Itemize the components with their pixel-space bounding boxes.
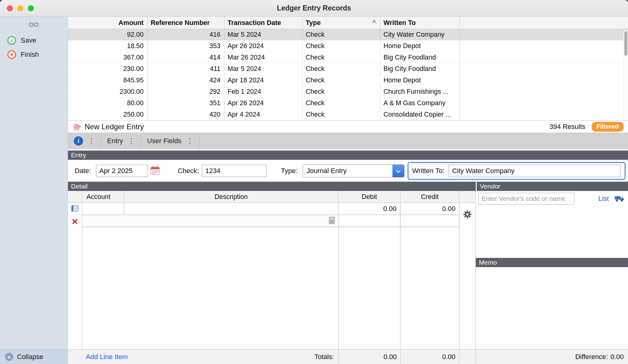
detail-vendor-region: Detail Vendor Account Description Debit … — [68, 182, 628, 364]
date-cell: Feb 1 2024 — [224, 86, 303, 97]
info-tab[interactable]: i ⋮ — [68, 133, 101, 149]
vendor-truck-icon[interactable] — [614, 195, 624, 202]
amount-cell: 250.00 — [68, 109, 148, 120]
filler-cell — [460, 109, 628, 120]
save-label: Save — [21, 36, 36, 44]
credit-secondary-cell[interactable] — [400, 215, 459, 227]
description-cell-input[interactable] — [124, 203, 338, 215]
filler-cell — [460, 52, 628, 63]
column-header-written-to[interactable]: Written To — [380, 17, 460, 29]
finish-label: Finish — [21, 51, 39, 59]
x-circle-icon: × — [7, 50, 16, 59]
new-ledger-entry-bar: New Ledger Entry 394 Results Filtered — [68, 120, 628, 133]
titlebar: Ledger Entry Records — [0, 0, 628, 17]
scrollbar-thumb[interactable] — [624, 31, 627, 56]
written-to-cell: A & M Gas Company — [380, 97, 460, 109]
date-label: Date: — [75, 167, 91, 175]
type-select[interactable]: Journal Entry — [303, 164, 404, 177]
collapse-label: Collapse — [17, 353, 44, 361]
date-cell: Apr 18 2024 — [224, 75, 303, 86]
amount-cell: 2300.00 — [68, 86, 148, 97]
line-item-settings-button[interactable] — [459, 203, 475, 227]
table-row[interactable]: 230.00 411 Mar 5 2024 Check Big City Foo… — [68, 63, 628, 75]
detail-icon-column-header — [68, 191, 82, 203]
results-count: 394 Results — [550, 123, 585, 131]
gear-icon — [463, 210, 472, 220]
kebab-menu-icon[interactable]: ⋮ — [128, 137, 135, 145]
table-row[interactable]: 845.95 424 Apr 18 2024 Check Home Depot — [68, 75, 628, 86]
table-row[interactable]: 250.00 420 Apr 4 2024 Check Consolidated… — [68, 109, 628, 120]
tab-user-fields[interactable]: User Fields ⋮ — [141, 133, 199, 149]
date-cell: Mar 26 2024 — [224, 52, 303, 63]
amount-cell: 845.95 — [68, 75, 148, 86]
totals-label: Totals: — [314, 353, 334, 361]
save-button[interactable]: ✓ Save — [0, 33, 68, 48]
debit-secondary-cell[interactable] — [338, 215, 400, 227]
records-table: Amount Reference Number Transaction Date… — [68, 17, 628, 120]
tab-entry[interactable]: Entry ⋮ — [101, 133, 141, 149]
table-row[interactable]: 2300.00 292 Feb 1 2024 Check Church Furn… — [68, 86, 628, 97]
date-cell: Mar 5 2024 — [224, 63, 303, 75]
table-row[interactable]: 80.00 351 Apr 26 2024 Check A & M Gas Co… — [68, 97, 628, 109]
vertical-scrollbar[interactable] — [623, 30, 628, 119]
minimize-window-button[interactable] — [17, 5, 23, 11]
type-cell: Check — [303, 109, 380, 120]
credit-cell[interactable]: 0.00 — [400, 203, 459, 215]
difference-value: 0.00 — [610, 353, 624, 361]
calendar-picker-button[interactable] — [150, 166, 160, 176]
vendor-list-link[interactable]: List — [598, 195, 609, 203]
calculator-icon[interactable] — [328, 217, 336, 225]
type-cell: Check — [303, 97, 380, 109]
table-row[interactable]: 18.50 353 Apr 26 2024 Check Home Depot — [68, 40, 628, 52]
debit-column-filler — [338, 227, 400, 349]
zoom-window-button[interactable] — [28, 5, 34, 11]
close-window-button[interactable] — [7, 5, 13, 11]
column-header-reference-number[interactable]: Reference Number — [148, 17, 224, 29]
app-window: Ledger Entry Records DO ✓ Save × Finish … — [0, 0, 628, 364]
add-line-item-button[interactable]: Add Line Item — [86, 353, 128, 361]
vendor-search-input[interactable] — [478, 193, 574, 205]
reference-cell: 292 — [148, 86, 224, 97]
type-cell: Check — [303, 75, 380, 86]
filler-cell — [460, 29, 628, 40]
account-cell-input[interactable] — [82, 203, 124, 215]
detail-column-debit: Debit — [338, 191, 400, 203]
detail-column-account: Account — [82, 191, 124, 203]
filtered-badge[interactable]: Filtered — [592, 122, 624, 132]
difference-label: Difference: — [575, 353, 608, 361]
column-header-type[interactable]: Type ^ — [303, 17, 380, 29]
written-to-input[interactable] — [449, 165, 621, 177]
sidebar-section-header: DO — [0, 17, 68, 28]
records-table-header: Amount Reference Number Transaction Date… — [68, 17, 628, 29]
amount-cell: 230.00 — [68, 63, 148, 75]
reference-cell: 411 — [148, 63, 224, 75]
column-header-amount[interactable]: Amount — [68, 17, 148, 29]
reference-cell: 416 — [148, 29, 224, 40]
check-number-input[interactable] — [202, 165, 267, 177]
line-item-secondary-row[interactable] — [82, 215, 338, 227]
tab-bar: i ⋮ Entry ⋮ User Fields ⋮ — [68, 133, 628, 149]
line-item-notes-button[interactable] — [68, 203, 82, 215]
amount-cell: 92.00 — [68, 29, 148, 40]
chevron-down-icon — [396, 167, 401, 175]
dropdown-button[interactable] — [392, 165, 404, 177]
table-row[interactable]: 92.00 416 Mar 5 2024 Check City Water Co… — [68, 29, 628, 40]
footer-icon-column — [68, 350, 82, 364]
kebab-menu-icon[interactable]: ⋮ — [88, 137, 95, 145]
debit-cell[interactable]: 0.00 — [338, 203, 400, 215]
table-row[interactable]: 367.00 414 Mar 26 2024 Check Big City Fo… — [68, 52, 628, 63]
info-icon[interactable]: i — [74, 136, 83, 146]
difference-readout: Difference: 0.00 — [476, 350, 628, 364]
memo-text-area[interactable] — [476, 267, 628, 349]
date-input[interactable] — [96, 165, 148, 177]
type-cell: Check — [303, 63, 380, 75]
type-cell: Check — [303, 29, 380, 40]
main-content: Amount Reference Number Transaction Date… — [68, 17, 628, 364]
detail-footer-bar: Add Line Item Totals: 0.00 0.00 Differen… — [68, 349, 628, 364]
delete-line-item-button[interactable]: × — [68, 215, 82, 227]
finish-button[interactable]: × Finish — [0, 48, 68, 62]
column-header-transaction-date[interactable]: Transaction Date — [224, 17, 303, 29]
column-header-filler — [460, 17, 628, 29]
kebab-menu-icon[interactable]: ⋮ — [186, 137, 194, 145]
collapse-button[interactable]: « Collapse — [0, 349, 68, 364]
